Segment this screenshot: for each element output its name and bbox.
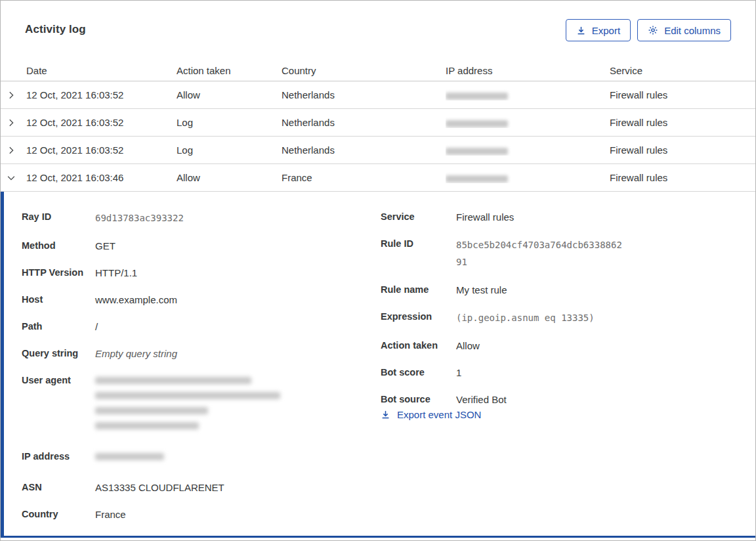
- detail-value: Firewall rules: [456, 209, 514, 225]
- detail-value: GET: [95, 238, 116, 253]
- detail-row: Rule name My test rule: [381, 282, 731, 297]
- detail-value: Verified Bot: [456, 392, 507, 407]
- detail-label: Ray ID: [22, 209, 95, 225]
- detail-left-column: Ray ID 69d13783ac393322 Method GET HTTP …: [22, 209, 381, 522]
- table-row[interactable]: 12 Oct, 2021 16:03:52 Log Netherlands Fi…: [1, 109, 755, 137]
- country-cell: Netherlands: [282, 144, 446, 156]
- activity-log-panel: Activity log Export Edit columns: [0, 0, 756, 541]
- action-taken-cell: Allow: [177, 172, 282, 183]
- table-row[interactable]: 12 Oct, 2021 16:03:52 Log Netherlands Fi…: [1, 137, 755, 164]
- ip-address-cell: [446, 89, 610, 100]
- export-button[interactable]: Export: [566, 19, 631, 41]
- gear-icon: [648, 25, 658, 35]
- country-cell: France: [282, 172, 446, 183]
- date-cell: 12 Oct, 2021 16:03:52: [26, 89, 177, 100]
- detail-value: Empty query string: [95, 346, 177, 361]
- redacted-bar: [95, 453, 164, 460]
- detail-row: Query string Empty query string: [22, 346, 381, 361]
- detail-label: Rule name: [381, 282, 456, 297]
- ip-address-cell: [446, 172, 610, 183]
- service-cell: Firewall rules: [610, 144, 755, 156]
- detail-row: Service Firewall rules: [381, 209, 731, 225]
- detail-label: Service: [381, 209, 456, 225]
- event-detail-panel: Ray ID 69d13783ac393322 Method GET HTTP …: [1, 192, 755, 538]
- detail-row: Bot score 1: [381, 365, 731, 380]
- detail-label: Method: [22, 238, 95, 253]
- detail-value: 69d13783ac393322: [95, 209, 184, 227]
- date-cell: 12 Oct, 2021 16:03:46: [26, 172, 177, 183]
- activity-table: 12 Oct, 2021 16:03:52 Allow Netherlands …: [1, 81, 755, 192]
- chevron-right-icon[interactable]: [1, 91, 26, 100]
- detail-label: HTTP Version: [22, 265, 95, 280]
- download-icon: [576, 26, 586, 35]
- export-event-json-row: Export event JSON: [381, 407, 731, 422]
- detail-row: Bot source Verified Bot: [381, 392, 731, 407]
- detail-value: 1: [456, 365, 461, 380]
- detail-row: Path /: [22, 319, 381, 334]
- redacted-bar: [95, 392, 280, 399]
- edit-columns-button[interactable]: Edit columns: [637, 19, 731, 41]
- detail-row: Rule ID 85bce5b204cf4703a764dcb633886291: [381, 236, 731, 270]
- redacted-ip: [446, 93, 508, 100]
- detail-value: www.example.com: [95, 292, 177, 307]
- topbar: Activity log Export Edit columns: [1, 1, 755, 60]
- detail-row: IP address: [22, 449, 381, 468]
- service-cell: Firewall rules: [610, 172, 755, 183]
- detail-row: Country France: [22, 507, 381, 522]
- country-cell: Netherlands: [282, 89, 446, 100]
- chevron-right-icon[interactable]: [1, 118, 26, 127]
- redacted-ip: [446, 148, 508, 155]
- detail-row: Action taken Allow: [381, 338, 731, 353]
- redacted-ip: [446, 175, 508, 183]
- detail-label: ASN: [22, 480, 95, 495]
- detail-value: Allow: [456, 338, 480, 353]
- detail-value: France: [95, 507, 126, 522]
- detail-value: My test rule: [456, 282, 507, 297]
- detail-value: AS13335 CLOUDFLARENET: [95, 480, 224, 495]
- redacted-bar: [95, 407, 208, 414]
- page-title: Activity log: [25, 19, 86, 36]
- redacted-value: [95, 373, 280, 437]
- ip-address-cell: [446, 144, 610, 156]
- detail-label: Rule ID: [381, 236, 456, 251]
- detail-value: 85bce5b204cf4703a764dcb633886291: [456, 236, 622, 270]
- redacted-ip: [446, 120, 508, 127]
- download-icon: [381, 410, 390, 420]
- detail-label: IP address: [22, 449, 95, 464]
- detail-label: Query string: [22, 346, 95, 361]
- detail-row: Method GET: [22, 238, 381, 253]
- column-header-service: Service: [610, 65, 755, 76]
- date-cell: 12 Oct, 2021 16:03:52: [26, 144, 177, 156]
- ip-address-cell: [446, 117, 610, 128]
- detail-right-column: Service Firewall rules Rule ID 85bce5b20…: [381, 209, 731, 422]
- toolbar: Export Edit columns: [566, 19, 731, 41]
- detail-label: Path: [22, 319, 95, 334]
- country-cell: Netherlands: [282, 117, 446, 128]
- detail-label: Country: [22, 507, 95, 522]
- table-row[interactable]: 12 Oct, 2021 16:03:46 Allow France Firew…: [1, 164, 755, 192]
- service-cell: Firewall rules: [610, 89, 755, 100]
- detail-label: Bot score: [381, 365, 456, 380]
- date-cell: 12 Oct, 2021 16:03:52: [26, 117, 177, 128]
- chevron-down-icon[interactable]: [1, 173, 26, 183]
- column-header-date: Date: [26, 65, 177, 76]
- column-header-ip-address: IP address: [446, 65, 610, 76]
- detail-label: Action taken: [381, 338, 456, 353]
- export-event-json-link[interactable]: Export event JSON: [381, 407, 481, 422]
- detail-row: Expression (ip.geoip.asnum eq 13335): [381, 309, 731, 326]
- detail-row: HTTP Version HTTP/1.1: [22, 265, 381, 280]
- detail-row: Host www.example.com: [22, 292, 381, 307]
- chevron-right-icon[interactable]: [1, 146, 26, 155]
- table-row[interactable]: 12 Oct, 2021 16:03:52 Allow Netherlands …: [1, 81, 755, 109]
- detail-label: Expression: [381, 309, 456, 324]
- action-taken-cell: Log: [177, 117, 282, 128]
- column-header-country: Country: [282, 65, 446, 76]
- action-taken-cell: Allow: [177, 89, 282, 100]
- action-taken-cell: Log: [177, 144, 282, 156]
- detail-label: Bot source: [381, 392, 456, 407]
- column-header-action-taken: Action taken: [177, 65, 282, 76]
- detail-label: Host: [22, 292, 95, 307]
- detail-row: ASN AS13335 CLOUDFLARENET: [22, 480, 381, 495]
- detail-value: HTTP/1.1: [95, 265, 137, 280]
- redacted-bar: [95, 377, 251, 384]
